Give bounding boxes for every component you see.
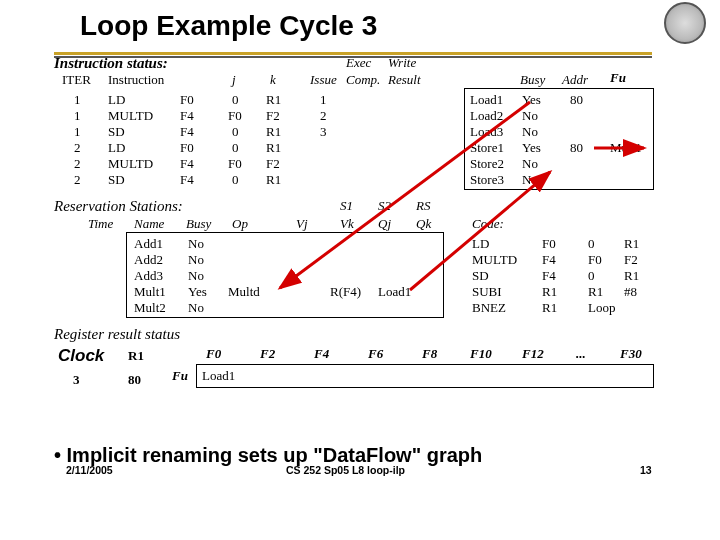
table-cell: No <box>188 236 204 252</box>
table-cell: Load2 <box>470 108 503 124</box>
reg-f0: Load1 <box>202 368 235 384</box>
hdr-name: Name <box>134 216 164 232</box>
table-cell: Store1 <box>470 140 504 156</box>
hdr-op: Op <box>232 216 248 232</box>
table-cell: No <box>522 124 538 140</box>
reg-hdr: F12 <box>522 346 544 362</box>
table-cell: LD <box>108 140 125 156</box>
table-cell: R1 <box>266 172 281 188</box>
hdr-busy2: Busy <box>186 216 211 232</box>
table-cell: F2 <box>624 252 638 268</box>
reg-hdr: ... <box>576 346 586 362</box>
table-cell: Yes <box>188 284 207 300</box>
table-cell: SD <box>472 268 489 284</box>
hdr-instr: Instruction <box>108 72 164 88</box>
reg-fu-label: Fu <box>172 368 188 384</box>
table-cell: 2 <box>320 108 327 124</box>
table-cell: F2 <box>266 108 280 124</box>
table-cell: R1 <box>588 284 603 300</box>
table-cell: 0 <box>232 124 239 140</box>
table-cell: No <box>188 252 204 268</box>
reg-hdr: F10 <box>470 346 492 362</box>
slide-number: 13 <box>640 464 652 476</box>
hdr-vj: Vj <box>296 216 308 232</box>
table-cell: Mult2 <box>134 300 166 316</box>
table-cell: Mult1 <box>134 284 166 300</box>
rs-box <box>126 232 444 318</box>
table-cell: F4 <box>180 172 194 188</box>
table-cell: F4 <box>542 252 556 268</box>
table-cell: No <box>522 156 538 172</box>
hdr-iter: ITER <box>62 72 91 88</box>
slide-title: Loop Example Cycle 3 <box>80 10 377 42</box>
table-cell: 1 <box>74 124 81 140</box>
table-cell: R1 <box>624 268 639 284</box>
table-cell: R1 <box>542 300 557 316</box>
table-cell: 80 <box>570 92 583 108</box>
table-cell: 1 <box>74 108 81 124</box>
table-cell: 2 <box>74 156 81 172</box>
hdr-result: Result <box>388 72 421 88</box>
table-cell: No <box>522 172 538 188</box>
hdr-j: j <box>232 72 236 88</box>
table-cell: F0 <box>228 156 242 172</box>
table-cell: F4 <box>180 156 194 172</box>
table-cell: No <box>522 108 538 124</box>
table-cell: Store2 <box>470 156 504 172</box>
table-cell: 0 <box>232 92 239 108</box>
hdr-issue: Issue <box>310 72 337 88</box>
hdr-rs: RS <box>416 198 430 214</box>
table-cell: R1 <box>266 92 281 108</box>
table-cell: Yes <box>522 140 541 156</box>
table-cell: Store3 <box>470 172 504 188</box>
table-cell: 0 <box>232 172 239 188</box>
table-cell: SD <box>108 124 125 140</box>
table-cell: R1 <box>542 284 557 300</box>
table-cell: Load1 <box>470 92 503 108</box>
reg-hdr: F30 <box>620 346 642 362</box>
table-cell: 0 <box>232 140 239 156</box>
hdr-fu: Fu <box>610 70 626 86</box>
table-cell: SUBI <box>472 284 502 300</box>
table-cell: 1 <box>320 92 327 108</box>
table-cell: MULTD <box>108 156 153 172</box>
table-cell: Loop <box>588 300 615 316</box>
table-cell: SD <box>108 172 125 188</box>
table-cell: Load1 <box>378 284 411 300</box>
hdr-s2: S2 <box>378 198 391 214</box>
reg-hdr: F8 <box>422 346 437 362</box>
section-reservation-stations: Reservation Stations: <box>54 198 183 215</box>
table-cell: F2 <box>266 156 280 172</box>
hdr-s1: S1 <box>340 198 353 214</box>
table-cell: 0 <box>588 268 595 284</box>
hdr-addr: Addr <box>562 72 588 88</box>
section-instruction-status: Instruction status: <box>54 55 168 72</box>
table-cell: 2 <box>74 172 81 188</box>
table-cell: F0 <box>180 92 194 108</box>
clock-value: 3 <box>73 372 80 388</box>
hdr-qk: Qk <box>416 216 431 232</box>
footer-center: CS 252 Sp05 L8 loop-ilp <box>286 464 405 476</box>
reg-hdr: F2 <box>260 346 275 362</box>
table-cell: LD <box>472 236 489 252</box>
table-cell: R1 <box>624 236 639 252</box>
hdr-exec: Exec <box>346 55 371 71</box>
table-cell: F4 <box>180 108 194 124</box>
reg-hdr: F6 <box>368 346 383 362</box>
table-cell: 1 <box>74 92 81 108</box>
hdr-vk: Vk <box>340 216 354 232</box>
reg-hdr: F0 <box>206 346 221 362</box>
table-cell: Add1 <box>134 236 163 252</box>
table-cell: No <box>188 268 204 284</box>
table-cell: 3 <box>320 124 327 140</box>
hdr-write: Write <box>388 55 416 71</box>
hdr-qj: Qj <box>378 216 391 232</box>
table-cell: F0 <box>588 252 602 268</box>
table-cell: Yes <box>522 92 541 108</box>
hdr-k: k <box>270 72 276 88</box>
table-cell: F0 <box>180 140 194 156</box>
table-cell: Load3 <box>470 124 503 140</box>
table-cell: MULTD <box>472 252 517 268</box>
table-cell: 2 <box>74 140 81 156</box>
table-cell: 0 <box>588 236 595 252</box>
